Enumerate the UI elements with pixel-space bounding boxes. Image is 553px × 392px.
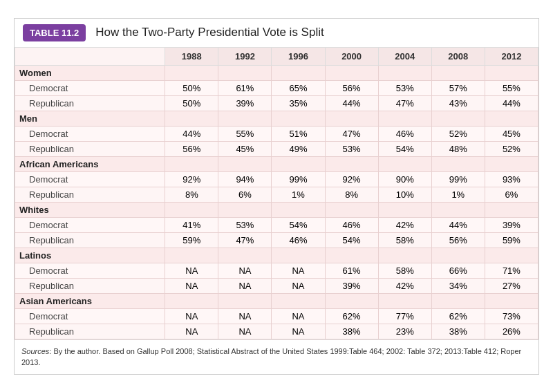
party-label: Democrat — [15, 263, 165, 278]
party-label: Republican — [15, 95, 165, 111]
data-cell: 99% — [431, 171, 485, 187]
data-cell: 44% — [431, 217, 485, 232]
col-header-1988: 1988 — [165, 47, 218, 65]
group-header-row: African Americans — [15, 156, 538, 171]
group-header-cell — [485, 111, 538, 126]
data-cell: 44% — [485, 95, 538, 111]
data-cell: 55% — [485, 80, 538, 95]
group-name: Men — [15, 111, 165, 126]
data-cell: 58% — [378, 263, 431, 278]
group-header-row: Men — [15, 111, 538, 126]
data-cell: 77% — [378, 308, 431, 324]
group-header-cell — [218, 248, 272, 263]
table-row: Republican50%39%35%44%47%43%44% — [15, 95, 538, 111]
data-cell: 59% — [165, 232, 218, 248]
table-row: Republican8%6%1%8%10%1%6% — [15, 187, 538, 202]
data-cell: 39% — [218, 95, 272, 111]
party-label: Democrat — [15, 308, 165, 324]
data-cell: 47% — [378, 95, 431, 111]
data-cell: 35% — [272, 95, 325, 111]
group-header-cell — [378, 65, 431, 80]
data-cell: 6% — [218, 187, 272, 202]
group-header-cell — [431, 293, 485, 308]
table-row: DemocratNANANA62%77%62%73% — [15, 308, 538, 324]
data-cell: NA — [272, 324, 325, 339]
data-cell: 93% — [485, 171, 538, 187]
group-header-cell — [325, 248, 378, 263]
data-cell: 99% — [272, 171, 325, 187]
data-cell: 62% — [325, 308, 378, 324]
group-header-cell — [378, 111, 431, 126]
data-cell: 6% — [485, 187, 538, 202]
data-table: 1988 1992 1996 2000 2004 2008 2012 Women… — [15, 47, 538, 339]
data-cell: 90% — [378, 171, 431, 187]
table-row: Republican59%47%46%54%58%56%59% — [15, 232, 538, 248]
group-header-cell — [218, 111, 272, 126]
data-cell: 45% — [218, 141, 272, 156]
group-name: African Americans — [15, 156, 165, 171]
sources-text: Sources: By the author. Based on Gallup … — [15, 339, 538, 374]
data-cell: 44% — [325, 95, 378, 111]
data-cell: 1% — [431, 187, 485, 202]
party-label: Republican — [15, 232, 165, 248]
data-cell: 49% — [272, 141, 325, 156]
group-header-cell — [378, 156, 431, 171]
data-cell: 50% — [165, 95, 218, 111]
party-label: Republican — [15, 278, 165, 293]
group-header-cell — [218, 293, 272, 308]
data-cell: 92% — [165, 171, 218, 187]
group-header-cell — [272, 111, 325, 126]
group-header-cell — [485, 156, 538, 171]
data-cell: 42% — [378, 217, 431, 232]
group-header-row: Asian Americans — [15, 293, 538, 308]
data-cell: 27% — [485, 278, 538, 293]
group-header-cell — [272, 156, 325, 171]
sources-label: Sources — [21, 347, 49, 355]
data-cell: NA — [218, 263, 272, 278]
group-header-cell — [485, 65, 538, 80]
data-cell: 52% — [485, 141, 538, 156]
data-cell: 39% — [325, 278, 378, 293]
col-header-2004: 2004 — [378, 47, 431, 65]
data-cell: 61% — [218, 80, 272, 95]
data-cell: 10% — [378, 187, 431, 202]
group-header-cell — [325, 65, 378, 80]
group-header-cell — [165, 293, 218, 308]
group-header-cell — [431, 111, 485, 126]
table-row: DemocratNANANA61%58%66%71% — [15, 263, 538, 278]
main-container: TABLE 11.2 How the Two-Party Presidentia… — [14, 18, 539, 375]
party-label: Democrat — [15, 126, 165, 141]
table-header: TABLE 11.2 How the Two-Party Presidentia… — [15, 19, 538, 47]
table-row: RepublicanNANANA38%23%38%26% — [15, 324, 538, 339]
group-header-cell — [325, 156, 378, 171]
data-cell: 59% — [485, 232, 538, 248]
group-header-cell — [165, 202, 218, 217]
group-header-cell — [218, 202, 272, 217]
data-cell: NA — [165, 308, 218, 324]
data-cell: 54% — [325, 232, 378, 248]
group-header-cell — [485, 202, 538, 217]
data-cell: 54% — [272, 217, 325, 232]
data-cell: 51% — [272, 126, 325, 141]
data-cell: 45% — [485, 126, 538, 141]
table-row: Democrat44%55%51%47%46%52%45% — [15, 126, 538, 141]
col-header-label — [15, 47, 165, 65]
group-header-cell — [218, 65, 272, 80]
group-header-row: Women — [15, 65, 538, 80]
data-cell: 23% — [378, 324, 431, 339]
group-header-cell — [272, 65, 325, 80]
party-label: Democrat — [15, 80, 165, 95]
party-label: Democrat — [15, 171, 165, 187]
party-label: Republican — [15, 187, 165, 202]
col-header-2000: 2000 — [325, 47, 378, 65]
data-cell: 55% — [218, 126, 272, 141]
data-cell: 94% — [218, 171, 272, 187]
data-cell: 62% — [431, 308, 485, 324]
data-cell: 8% — [165, 187, 218, 202]
data-cell: 56% — [325, 80, 378, 95]
col-header-2012: 2012 — [485, 47, 538, 65]
group-name: Asian Americans — [15, 293, 165, 308]
data-cell: 26% — [485, 324, 538, 339]
group-header-row: Latinos — [15, 248, 538, 263]
group-header-cell — [431, 202, 485, 217]
